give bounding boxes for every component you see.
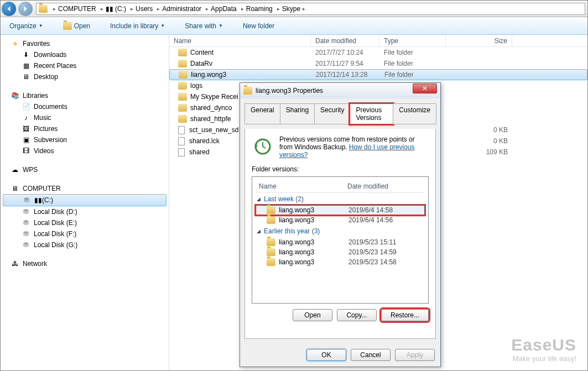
sidebar-item-desktop[interactable]: 🖥Desktop	[1, 71, 169, 82]
sidebar-item-drive-f[interactable]: ⛃Local Disk (F:)	[1, 228, 169, 239]
file-icon	[178, 126, 185, 134]
version-item[interactable]: liang.wong32019/6/4 14:58	[256, 205, 425, 215]
sidebar-item-recent[interactable]: ▦Recent Places	[1, 60, 169, 71]
sidebar-libraries[interactable]: 📚Libraries	[1, 90, 169, 101]
versions-list[interactable]: Name Date modified ◢Last week (2)liang.w…	[252, 176, 429, 304]
drive-icon: ⛃	[22, 241, 30, 249]
sidebar-item-videos[interactable]: 🎞Videos	[1, 145, 169, 156]
sidebar-item-drive-e[interactable]: ⛃Local Disk (E:)	[1, 217, 169, 228]
col-date[interactable]: Date modified	[311, 35, 379, 46]
network-icon: 🖧	[11, 259, 19, 268]
open-version-button[interactable]: Open	[293, 309, 332, 321]
pictures-icon: 🖼	[22, 124, 30, 133]
music-icon: ♪	[22, 113, 30, 122]
crumb-item[interactable]: ▸Administrator	[154, 5, 202, 13]
folder-icon	[178, 93, 187, 101]
folder-icon	[39, 5, 48, 13]
open-button[interactable]: Open	[59, 20, 95, 32]
folder-icon	[178, 115, 187, 123]
new-folder-button[interactable]: New folder	[238, 20, 279, 32]
crumb-item[interactable]: ▸AppData	[202, 5, 238, 13]
organize-button[interactable]: Organize▼	[5, 20, 48, 32]
sidebar-item-subversion[interactable]: ▣Subversion	[1, 134, 169, 145]
file-row[interactable]: Content2017/7/27 10:24File folder	[169, 47, 587, 58]
sidebar-item-drive-g[interactable]: ⛃Local Disk (G:)	[1, 239, 169, 250]
version-item[interactable]: liang.wong32019/5/23 14:59	[256, 247, 425, 257]
version-name: liang.wong3	[279, 258, 314, 266]
close-button[interactable]: ✕	[413, 83, 437, 93]
file-icon	[178, 137, 185, 145]
ok-button[interactable]: OK	[306, 349, 346, 361]
sidebar-item-music[interactable]: ♪Music	[1, 112, 169, 123]
version-group[interactable]: ◢Earlier this year (3)	[256, 225, 425, 237]
breadcrumb[interactable]: ▸COMPUTER ▸▮▮ (C:) ▸Users ▸Administrator…	[36, 3, 585, 15]
file-date: 2017/7/27 10:24	[311, 49, 379, 56]
col-name[interactable]: Name	[169, 35, 311, 46]
version-item[interactable]: liang.wong32019/5/23 14:58	[256, 257, 425, 267]
file-name: logs	[190, 82, 202, 90]
folder-icon	[267, 206, 275, 214]
sidebar-favorites[interactable]: ★Favorites	[1, 38, 169, 49]
folder-icon	[267, 258, 275, 266]
file-size: 0 KB	[446, 126, 512, 134]
sidebar-item-drive-c[interactable]: ⛃▮▮ (C:)	[3, 194, 166, 206]
sidebar-computer[interactable]: 🖥COMPUTER	[1, 183, 169, 194]
file-icon	[178, 148, 185, 156]
version-name: liang.wong3	[279, 216, 314, 224]
file-type: File folder	[380, 71, 446, 79]
videos-icon: 🎞	[22, 147, 30, 155]
versions-col-name[interactable]: Name	[259, 182, 347, 190]
watermark: EaseUS Make your life easy!	[511, 336, 576, 363]
version-group[interactable]: ◢Last week (2)	[256, 193, 425, 205]
file-name: sct_use_new_sd	[189, 126, 238, 134]
download-icon: ⬇	[22, 50, 30, 59]
sidebar-wps[interactable]: ☁WPS	[1, 164, 169, 175]
dialog-titlebar[interactable]: liang.wong3 Properties ✕	[240, 83, 440, 98]
tab-security[interactable]: Security	[314, 103, 350, 124]
col-size[interactable]: Size	[446, 35, 512, 46]
tab-sharing[interactable]: Sharing	[280, 103, 315, 124]
folder-icon	[267, 238, 275, 246]
computer-icon: 🖥	[11, 184, 19, 193]
crumb-item[interactable]: ▸Users	[127, 5, 154, 13]
tab-previous-versions[interactable]: Previous Versions	[350, 103, 393, 124]
include-library-button[interactable]: Include in library▼	[106, 20, 169, 32]
crumb-item[interactable]: ▸▮▮ (C:)	[97, 5, 127, 13]
collapse-icon: ◢	[257, 228, 261, 234]
tab-customize[interactable]: Customize	[393, 103, 436, 124]
cancel-button[interactable]: Cancel	[351, 349, 391, 361]
crumb-item[interactable]: ▸COMPUTER	[50, 5, 97, 13]
folder-icon	[267, 216, 275, 224]
sidebar-item-drive-d[interactable]: ⛃Local Disk (D:)	[1, 206, 169, 217]
restore-button[interactable]: Restore...	[381, 309, 429, 321]
version-item[interactable]: liang.wong32019/5/23 15:11	[256, 237, 425, 247]
col-type[interactable]: Type	[379, 35, 446, 46]
restore-icon	[252, 135, 274, 158]
copy-version-button[interactable]: Copy...	[337, 309, 377, 321]
versions-col-date[interactable]: Date modified	[347, 182, 388, 190]
apply-button[interactable]: Apply	[395, 349, 435, 361]
file-row[interactable]: DataRv2017/11/27 9:54File folder	[169, 58, 587, 69]
share-with-button[interactable]: Share with▼	[180, 20, 227, 32]
drive-icon: ⛃	[22, 218, 30, 227]
folder-icon	[63, 22, 72, 30]
file-date: 2017/12/14 13:28	[311, 71, 380, 79]
nav-forward-button[interactable]	[18, 2, 33, 16]
sidebar-network[interactable]: 🖧Network	[1, 258, 169, 269]
info-text: Previous versions come from restore poin…	[279, 135, 429, 159]
crumb-item[interactable]: ▸Skype▸	[274, 5, 309, 13]
crumb-item[interactable]: ▸Roaming	[238, 5, 274, 13]
sidebar-item-downloads[interactable]: ⬇Downloads	[1, 49, 169, 60]
folder-icon	[178, 60, 187, 67]
sidebar-item-documents[interactable]: 📄Documents	[1, 101, 169, 112]
nav-back-button[interactable]	[2, 2, 16, 16]
tab-general[interactable]: General	[244, 103, 280, 124]
sidebar-item-pictures[interactable]: 🖼Pictures	[1, 123, 169, 134]
file-size: 0 KB	[446, 137, 512, 145]
file-name: shared.lck	[189, 137, 220, 145]
file-name: My Skype Recei	[190, 93, 238, 101]
file-row[interactable]: liang.wong32017/12/14 13:28File folder	[169, 69, 587, 80]
version-item[interactable]: liang.wong32019/6/4 14:56	[256, 215, 425, 225]
column-header: Name Date modified Type Size	[169, 35, 587, 47]
version-name: liang.wong3	[279, 248, 314, 256]
